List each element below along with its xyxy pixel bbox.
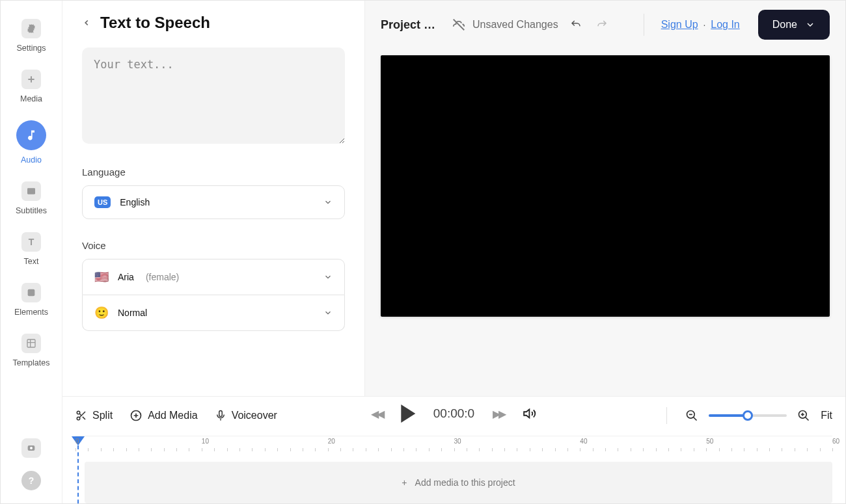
plus-icon: [21, 70, 41, 89]
project-name[interactable]: Project Name: [381, 18, 443, 32]
fit-button[interactable]: Fit: [821, 410, 832, 421]
record-icon[interactable]: [21, 438, 41, 458]
nav-settings[interactable]: Settings: [8, 19, 54, 53]
ruler-tick: 20: [328, 438, 335, 445]
grid-icon: [21, 334, 41, 353]
nav-label: Elements: [14, 308, 48, 317]
shapes-icon: [21, 283, 41, 302]
timeline-ruler[interactable]: 0102030405060: [75, 436, 832, 458]
play-button[interactable]: [401, 405, 415, 423]
timecode: 00:00:0: [433, 406, 474, 421]
svg-point-4: [30, 447, 33, 449]
us-badge-icon: US: [94, 196, 111, 208]
nav-label: Audio: [21, 155, 42, 165]
nav-text[interactable]: T Text: [8, 232, 54, 266]
svg-rect-2: [27, 339, 35, 347]
nav-label: Media: [20, 94, 42, 103]
subtitles-icon: [21, 181, 41, 201]
chevron-down-icon: [323, 308, 333, 317]
auth-separator: ·: [703, 20, 705, 30]
ruler-tick: 10: [202, 438, 209, 445]
nav-label: Subtitles: [16, 206, 47, 215]
ruler-tick: 30: [454, 438, 461, 445]
redo-button[interactable]: [594, 19, 610, 31]
unsaved-status: Unsaved Changes: [452, 18, 558, 32]
video-preview[interactable]: [381, 55, 830, 317]
skip-back-button[interactable]: ◀◀: [371, 408, 383, 420]
undo-button[interactable]: [567, 19, 584, 31]
plus-circle-icon: [130, 409, 143, 422]
plus-icon: +: [402, 477, 407, 488]
ruler-tick: 60: [832, 438, 839, 445]
voice-style: Normal: [118, 308, 147, 318]
unsaved-text: Unsaved Changes: [472, 19, 558, 31]
language-value: English: [120, 197, 150, 207]
language-select[interactable]: US English: [82, 185, 345, 219]
timeline: Split Add Media Voiceover ◀◀: [62, 396, 845, 503]
svg-point-5: [77, 411, 80, 414]
login-link[interactable]: Log In: [711, 19, 739, 30]
mic-icon: [215, 410, 226, 421]
playhead[interactable]: [75, 436, 85, 504]
panel-title: Text to Speech: [100, 14, 210, 32]
voiceover-button[interactable]: Voiceover: [215, 410, 277, 421]
gear-icon: [21, 19, 41, 38]
voice-label: Voice: [82, 240, 345, 251]
smile-icon: 🙂: [94, 306, 109, 320]
chevron-down-icon: [323, 272, 333, 282]
nav-subtitles[interactable]: Subtitles: [8, 181, 54, 215]
split-button[interactable]: Split: [75, 410, 113, 421]
nav-elements[interactable]: Elements: [8, 283, 54, 317]
left-nav: Settings Media Audio Subtitles T Text: [1, 1, 62, 503]
svg-rect-8: [219, 411, 222, 417]
nav-audio[interactable]: Audio: [8, 120, 54, 165]
done-button[interactable]: Done: [758, 10, 830, 40]
ruler-tick: 40: [580, 438, 587, 445]
ruler-tick: 0: [75, 438, 79, 445]
zoom-in-button[interactable]: [797, 409, 810, 422]
back-button[interactable]: [82, 18, 91, 27]
done-label: Done: [772, 19, 797, 31]
tts-textarea[interactable]: [82, 47, 345, 144]
ruler-tick: 50: [706, 438, 713, 445]
split-label: Split: [92, 410, 113, 421]
add-media-track[interactable]: + Add media to this project: [85, 462, 832, 503]
nav-media[interactable]: Media: [8, 70, 54, 103]
flag-us-icon: 🇺🇸: [94, 270, 109, 284]
signup-link[interactable]: Sign Up: [661, 19, 698, 30]
voice-select[interactable]: 🇺🇸 Aria (female): [82, 259, 345, 295]
scissors-icon: [75, 410, 87, 421]
add-media-row-label: Add media to this project: [415, 477, 515, 488]
voice-name: Aria: [118, 272, 134, 282]
nav-label: Templates: [13, 358, 50, 367]
volume-button[interactable]: [523, 406, 537, 421]
add-media-label: Add Media: [148, 410, 198, 421]
add-media-button[interactable]: Add Media: [130, 409, 198, 422]
help-icon[interactable]: ?: [21, 471, 41, 490]
main-area: Project Name Unsaved Changes: [365, 1, 845, 396]
chevron-down-icon: [805, 20, 815, 30]
zoom-slider[interactable]: [709, 414, 787, 417]
svg-rect-1: [28, 289, 35, 297]
svg-rect-0: [27, 188, 35, 194]
topbar: Project Name Unsaved Changes: [365, 1, 845, 49]
tts-panel: Text to Speech Language US English Voice…: [62, 1, 365, 396]
nav-templates[interactable]: Templates: [8, 334, 54, 367]
zoom-out-button[interactable]: [685, 409, 698, 422]
text-icon: T: [21, 232, 41, 252]
language-label: Language: [82, 166, 345, 178]
voiceover-label: Voiceover: [232, 410, 277, 421]
voice-note: (female): [146, 272, 179, 282]
svg-point-6: [77, 417, 80, 420]
nav-label: Settings: [16, 44, 46, 53]
cloud-off-icon: [452, 18, 466, 32]
nav-label: Text: [24, 257, 39, 266]
chevron-down-icon: [323, 198, 333, 207]
skip-forward-button[interactable]: ▶▶: [493, 408, 504, 420]
voice-style-select[interactable]: 🙂 Normal: [82, 295, 345, 331]
auth-links: Sign Up · Log In: [661, 19, 740, 31]
music-note-icon: [16, 120, 46, 150]
